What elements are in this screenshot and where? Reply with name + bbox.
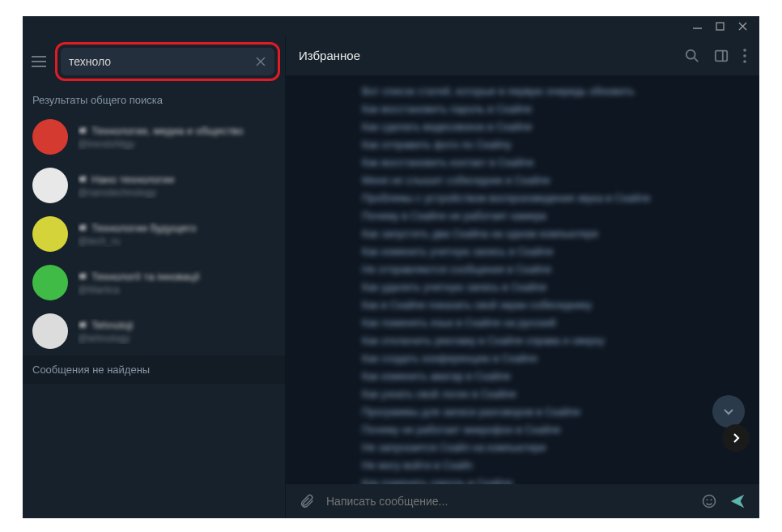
- result-text: Технологии будущего@tech_ru: [78, 222, 275, 247]
- message-block: Вот список статей, которые в первую очер…: [331, 83, 714, 484]
- app-body: Результаты общего поиска Технологии, мед…: [23, 36, 759, 518]
- search-result-item[interactable]: Технології та інновації@Martica: [23, 258, 285, 307]
- search-result-item[interactable]: Технологии, медиа и общество@trendsNtgy: [23, 113, 285, 161]
- chat-search-button[interactable]: [685, 49, 699, 63]
- sidebar: Результаты общего поиска Технологии, мед…: [23, 36, 286, 518]
- scroll-down-button[interactable]: [712, 395, 745, 428]
- result-subtitle: @Martica: [78, 284, 275, 296]
- result-title: Нано технологии: [78, 173, 275, 185]
- send-button[interactable]: [729, 492, 746, 510]
- result-subtitle: @tech_ru: [78, 236, 275, 247]
- message-line: Как отключить рекламу в Скайпе справа и …: [362, 332, 714, 350]
- svg-rect-1: [716, 23, 724, 30]
- avatar: [32, 119, 68, 155]
- svg-point-9: [686, 49, 695, 58]
- message-content: Вот список статей, которые в первую очер…: [362, 83, 714, 484]
- title-bar: [23, 16, 759, 36]
- avatar: [32, 168, 68, 203]
- message-line: Как запустить два Скайпа на одном компью…: [362, 225, 714, 243]
- search-highlight: [55, 42, 280, 81]
- svg-point-16: [703, 496, 716, 508]
- message-line: Не отправляются сообщения в Скайпе: [362, 261, 714, 279]
- message-line: Почему не работает микрофон в Скайпе: [362, 421, 714, 439]
- svg-point-17: [707, 499, 708, 500]
- result-subtitle: @trendsNtgy: [78, 138, 275, 150]
- minimize-button[interactable]: [691, 20, 703, 32]
- svg-point-15: [743, 60, 746, 63]
- send-icon: [729, 492, 746, 510]
- search-result-item[interactable]: Технологии будущего@tech_ru: [23, 210, 285, 258]
- svg-rect-11: [716, 50, 727, 61]
- message-line: Вот список статей, которые в первую очер…: [362, 83, 714, 100]
- search-input[interactable]: [69, 55, 255, 68]
- svg-point-14: [743, 54, 746, 57]
- megaphone-icon: [78, 126, 87, 135]
- result-title: Технологии, медиа и общество: [78, 125, 275, 137]
- avatar: [32, 313, 68, 349]
- message-line: Не запускается Скайп на компьютере: [362, 439, 714, 457]
- search-icon: [685, 49, 699, 63]
- search-result-item[interactable]: Нано технологии@nanotechnology: [23, 161, 285, 210]
- kebab-icon: [743, 49, 746, 63]
- megaphone-icon: [78, 174, 87, 184]
- chat-title: Избранное: [299, 49, 360, 62]
- message-line: Как отправить фото по Скайпу: [362, 136, 714, 154]
- megaphone-icon: [78, 271, 87, 281]
- message-line: Как поменять пароль в Скайпе: [362, 475, 714, 484]
- result-subtitle: @nanotechnology: [78, 187, 275, 198]
- menu-button[interactable]: [28, 50, 50, 73]
- result-text: Нано технологии@nanotechnology: [78, 173, 275, 198]
- message-line: Почему в Скайпе не работает камера: [362, 207, 714, 225]
- svg-point-13: [743, 49, 746, 52]
- sidebar-toggle-button[interactable]: [714, 49, 729, 63]
- result-title: Технологии будущего: [78, 222, 275, 234]
- result-title: Tehnoloji: [78, 319, 275, 331]
- header-actions: [685, 49, 746, 63]
- megaphone-icon: [78, 320, 87, 330]
- emoji-button[interactable]: [701, 493, 717, 509]
- attach-button[interactable]: [299, 493, 315, 509]
- app-window: Результаты общего поиска Технологии, мед…: [23, 16, 759, 518]
- svg-line-10: [695, 57, 699, 62]
- message-line: Как узнать свой логин в Скайпе: [362, 385, 714, 403]
- next-button[interactable]: [722, 424, 750, 452]
- message-line: Как удалить учетную запись в Скайпе: [362, 279, 714, 296]
- compose-bar: [286, 484, 759, 518]
- more-button[interactable]: [743, 49, 746, 63]
- search-result-item[interactable]: Tehnoloji@tehnology: [23, 307, 285, 355]
- sidebar-header: [23, 36, 285, 87]
- message-input[interactable]: [326, 495, 690, 508]
- hamburger-icon: [32, 56, 46, 67]
- clear-search-button[interactable]: [255, 56, 266, 67]
- panel-icon: [714, 49, 729, 63]
- svg-point-18: [711, 499, 712, 500]
- result-text: Технологии, медиа и общество@trendsNtgy: [78, 125, 275, 150]
- message-line: Как создать конференцию в Скайпе: [362, 350, 714, 368]
- paperclip-icon: [299, 493, 315, 509]
- message-line: Программы для записи разговоров в Скайпе: [362, 403, 714, 421]
- message-line: Как восстановить пароль в Скайпе: [362, 100, 714, 118]
- message-line: Как изменить аватар в Скайпе: [362, 368, 714, 385]
- avatar: [32, 265, 68, 300]
- result-text: Технології та інновації@Martica: [78, 270, 275, 296]
- maximize-button[interactable]: [714, 20, 725, 32]
- megaphone-icon: [78, 223, 87, 232]
- main-panel: Избранное: [286, 36, 759, 518]
- message-line: Как восстановить контакт в Скайпе: [362, 154, 714, 172]
- chevron-right-icon: [730, 432, 742, 444]
- search-box[interactable]: [61, 48, 274, 75]
- close-icon: [255, 56, 266, 67]
- result-text: Tehnoloji@tehnology: [78, 319, 275, 344]
- chevron-down-icon: [722, 405, 735, 418]
- search-results: Технологии, медиа и общество@trendsNtgyН…: [23, 113, 285, 355]
- message-line: Как поменять язык в Скайпе на русский: [362, 314, 714, 332]
- message-line: Проблемы с устройством воспроизведения з…: [362, 189, 714, 207]
- message-line: Как сделать видеозвонок в Скайпе: [362, 118, 714, 136]
- results-section-header: Результаты общего поиска: [23, 87, 285, 113]
- avatar: [32, 216, 68, 252]
- message-line: Как в Скайпе показать свой экран собесед…: [362, 296, 714, 314]
- messages-area[interactable]: Вот список статей, которые в первую очер…: [286, 76, 759, 484]
- result-subtitle: @tehnology: [78, 333, 275, 344]
- message-line: Не могу войти в Скайп: [362, 457, 714, 475]
- close-button[interactable]: [737, 20, 748, 32]
